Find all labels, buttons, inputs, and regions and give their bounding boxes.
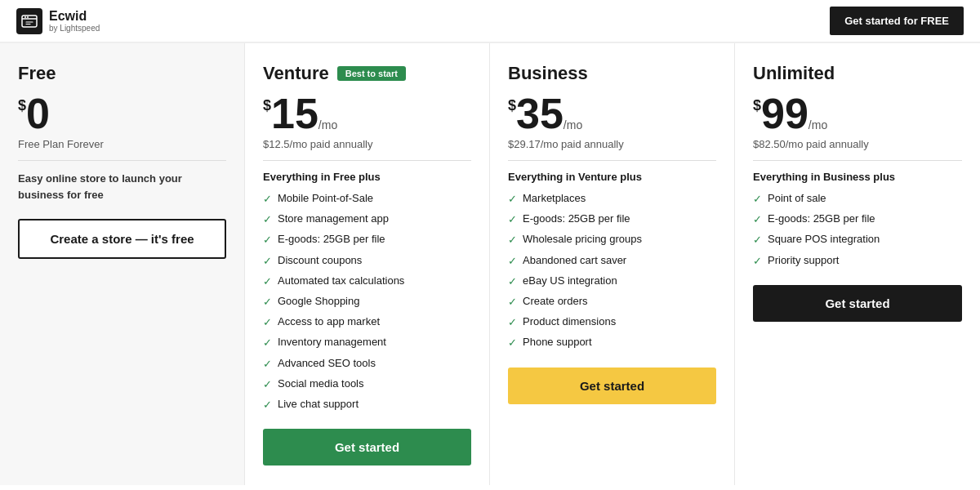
feature-text: Discount coupons [278,253,362,268]
feature-text: Social media tools [278,376,364,391]
price-mo: /mo [564,118,582,131]
feature-item: ✓ Social media tools [263,376,471,392]
plan-header-venture: VentureBest to start [263,63,471,84]
feature-text: Create orders [523,294,587,309]
price-annual: Free Plan Forever [18,138,226,150]
divider [753,160,962,161]
feature-list-business: ✓ Marketplaces ✓ E-goods: 25GB per file … [508,191,716,351]
plan-description: Easy online store to launch your busines… [18,171,226,203]
feature-item: ✓ E-goods: 25GB per file [753,212,962,227]
check-icon: ✓ [263,212,272,227]
feature-text: E-goods: 25GB per file [768,212,875,226]
pricing-grid: Free$0Free Plan ForeverEasy online store… [0,42,980,485]
feature-item: ✓ Phone support [508,335,716,350]
check-icon: ✓ [263,398,272,412]
feature-text: Advanced SEO tools [278,356,376,371]
feature-text: Mobile Point-of-Sale [278,191,373,206]
logo: Ecwid by Lightspeed [16,8,100,34]
check-icon: ✓ [263,274,272,289]
everything-label: Everything in Venture plus [508,171,716,183]
price-mo: /mo [318,118,337,131]
feature-text: Access to app market [278,314,380,329]
feature-item: ✓ Square POS integration [753,232,962,247]
feature-text: Automated tax calculations [278,274,404,288]
feature-text: Google Shopping [278,294,359,309]
plan-card-free: Free$0Free Plan ForeverEasy online store… [0,43,245,485]
plan-name-text: Business [508,63,588,84]
feature-text: Product dimensions [523,314,616,329]
plan-name-venture: VentureBest to start [263,63,471,84]
feature-item: ✓ Live chat support [263,397,471,412]
check-icon: ✓ [753,254,762,269]
feature-list-venture: ✓ Mobile Point-of-Sale ✓ Store managemen… [263,191,471,412]
header: Ecwid by Lightspeed Get started for FREE [0,0,980,42]
everything-label: Everything in Free plus [263,171,471,183]
feature-text: Point of sale [768,191,826,206]
price-row-venture: $15/mo [263,92,471,135]
divider [18,160,226,161]
feature-item: ✓ Inventory management [263,335,471,350]
check-icon: ✓ [508,336,517,350]
check-icon: ✓ [508,233,517,247]
price-row-unlimited: $99/mo [753,92,962,135]
check-icon: ✓ [263,336,272,350]
feature-item: ✓ Store management app [263,212,471,227]
feature-item: ✓ Discount coupons [263,253,471,269]
check-icon: ✓ [508,295,517,310]
feature-text: E-goods: 25GB per file [278,232,385,247]
feature-item: ✓ Point of sale [753,191,962,207]
svg-point-2 [27,16,29,18]
plan-name-text: Unlimited [753,63,835,84]
price-amount: 99 [761,92,808,135]
feature-item: ✓ Priority support [753,253,962,269]
cta-button-unlimited[interactable]: Get started [753,285,962,322]
plan-name-business: Business [508,63,716,84]
feature-item: ✓ Wholesale pricing groups [508,232,716,247]
price-amount: 15 [271,92,318,135]
cta-button-business[interactable]: Get started [508,368,716,404]
feature-text: Wholesale pricing groups [523,232,642,247]
check-icon: ✓ [508,212,517,227]
price-amount: 0 [26,92,50,135]
best-badge: Best to start [337,66,406,81]
feature-item: ✓ Advanced SEO tools [263,356,471,372]
plan-name-text: Free [18,63,56,84]
feature-list-unlimited: ✓ Point of sale ✓ E-goods: 25GB per file… [753,191,962,269]
check-icon: ✓ [508,254,517,269]
cta-button-free[interactable]: Create a store — it's free [18,219,226,259]
logo-name: Ecwid [49,9,100,24]
everything-label: Everything in Business plus [753,171,962,183]
feature-text: eBay US integration [523,274,617,288]
feature-text: Priority support [768,253,839,268]
price-annual: $29.17/mo paid annually [508,138,716,150]
cta-button-venture[interactable]: Get started [263,429,471,466]
check-icon: ✓ [263,315,272,330]
feature-item: ✓ eBay US integration [508,274,716,289]
plan-card-unlimited: Unlimited$99/mo$82.50/mo paid annuallyEv… [735,43,980,485]
price-dollar: $ [18,97,26,114]
header-cta-button[interactable]: Get started for FREE [830,7,964,35]
price-dollar: $ [508,97,516,114]
check-icon: ✓ [753,192,762,207]
divider [508,160,716,161]
svg-rect-0 [22,16,37,27]
price-dollar: $ [263,97,271,114]
check-icon: ✓ [263,295,272,310]
plan-header-free: Free [18,63,226,84]
price-row-free: $0 [18,92,226,135]
price-annual: $82.50/mo paid annually [753,138,962,150]
feature-text: Store management app [278,212,389,226]
feature-item: ✓ Google Shopping [263,294,471,310]
feature-item: ✓ Mobile Point-of-Sale [263,191,471,207]
logo-text: Ecwid by Lightspeed [49,9,100,33]
feature-item: ✓ Abandoned cart saver [508,253,716,269]
logo-subtext: by Lightspeed [49,24,100,33]
plan-header-business: Business [508,63,716,84]
check-icon: ✓ [508,192,517,207]
plan-name-free: Free [18,63,226,84]
feature-text: Abandoned cart saver [523,253,626,268]
svg-point-1 [24,16,26,18]
feature-text: Phone support [523,335,592,350]
feature-item: ✓ Product dimensions [508,314,716,330]
check-icon: ✓ [753,212,762,227]
